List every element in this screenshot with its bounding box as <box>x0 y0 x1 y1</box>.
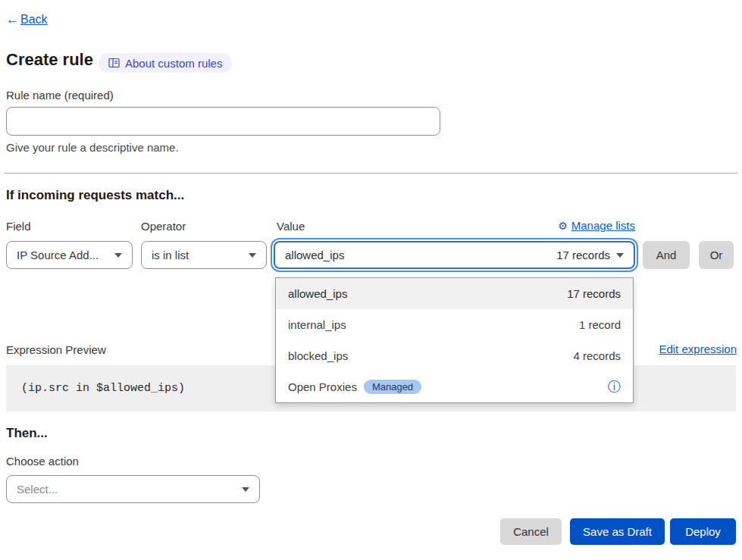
cancel-button[interactable]: Cancel <box>500 518 562 545</box>
value-label: Value <box>277 220 305 233</box>
list-option-internal-ips[interactable]: internal_ips 1 record <box>276 309 633 340</box>
edit-expression-link[interactable]: Edit expression <box>659 343 737 355</box>
field-label: Field <box>6 220 31 233</box>
field-select[interactable]: IP Source Add... <box>6 241 133 269</box>
or-button[interactable]: Or <box>699 241 734 269</box>
back-link[interactable]: ← Back <box>6 12 48 27</box>
managed-badge: Managed <box>364 380 421 394</box>
operator-label: Operator <box>141 220 186 233</box>
rule-name-label: Rule name (required) <box>6 89 114 102</box>
value-select-value: allowed_ips <box>285 249 344 261</box>
chevron-down-icon <box>114 253 122 258</box>
book-icon <box>108 58 120 68</box>
manage-lists-link[interactable]: ⚙ Manage lists <box>558 219 635 232</box>
choose-action-label: Choose action <box>6 455 79 468</box>
then-section-heading: Then... <box>6 426 48 441</box>
expression-code: (ip.src in $allowed_ips) <box>21 382 185 395</box>
manage-lists-label: Manage lists <box>571 219 635 232</box>
chevron-down-icon <box>242 487 249 492</box>
operator-select[interactable]: is in list <box>141 241 267 269</box>
expression-preview-label: Expression Preview <box>6 343 106 356</box>
list-option-record-count: 4 records <box>573 349 621 362</box>
section-divider <box>5 173 737 174</box>
rule-name-input[interactable] <box>6 107 440 136</box>
value-select[interactable]: allowed_ips 17 records <box>274 241 635 269</box>
back-link-label: Back <box>20 13 48 27</box>
list-option-record-count: 17 records <box>567 287 621 300</box>
field-select-value: IP Source Add... <box>17 249 99 261</box>
list-option-name: internal_ips <box>288 318 346 331</box>
list-option-allowed-ips[interactable]: allowed_ips 17 records <box>276 278 633 309</box>
value-select-record-count: 17 records <box>556 249 610 261</box>
about-custom-rules-label: About custom rules <box>125 57 222 70</box>
rule-name-helper: Give your rule a descriptive name. <box>6 141 179 154</box>
list-dropdown-panel: allowed_ips 17 records internal_ips 1 re… <box>275 277 634 403</box>
page-title: Create rule <box>6 50 93 70</box>
back-arrow-icon: ← <box>6 12 19 27</box>
chevron-down-icon <box>249 253 256 258</box>
deploy-button[interactable]: Deploy <box>670 518 736 545</box>
list-option-name: allowed_ips <box>288 287 347 300</box>
list-option-name: blocked_ips <box>288 349 348 362</box>
action-select[interactable]: Select... <box>6 475 260 503</box>
about-custom-rules-link[interactable]: About custom rules <box>99 53 232 73</box>
list-option-blocked-ips[interactable]: blocked_ips 4 records <box>276 340 633 371</box>
list-option-name: Open Proxies <box>288 380 357 393</box>
info-icon[interactable]: ⓘ <box>608 380 621 393</box>
create-rule-page: ← Back Create rule About custom rules Ru… <box>0 0 742 560</box>
save-as-draft-button[interactable]: Save as Draft <box>570 518 665 545</box>
list-option-open-proxies[interactable]: Open Proxies Managed ⓘ <box>276 371 633 402</box>
operator-select-value: is in list <box>152 249 189 261</box>
gear-icon: ⚙ <box>558 220 568 232</box>
and-button[interactable]: And <box>643 241 690 269</box>
match-section-heading: If incoming requests match... <box>6 188 184 203</box>
chevron-down-icon <box>616 253 624 258</box>
list-option-record-count: 1 record <box>579 318 621 331</box>
action-select-placeholder: Select... <box>17 483 58 496</box>
